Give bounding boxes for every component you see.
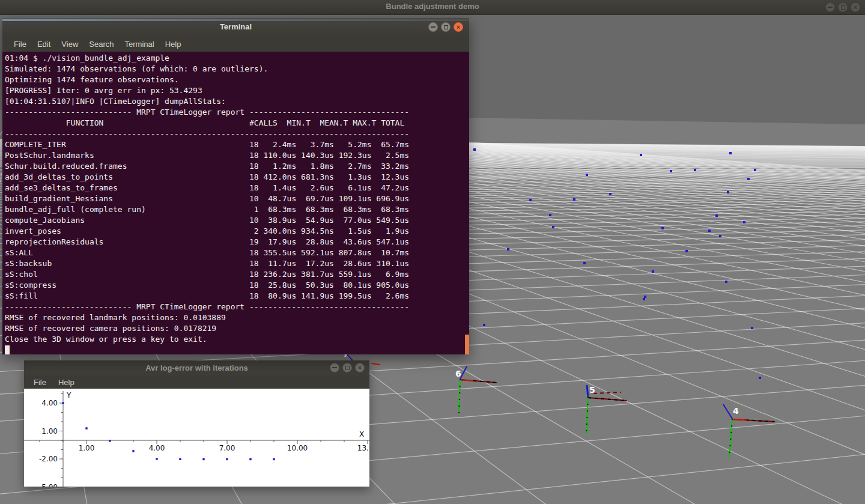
landmark-point: [670, 170, 672, 172]
maximize-button[interactable]: [441, 22, 451, 32]
plot-window: Avr log-error with iterations × FileHelp…: [24, 360, 369, 487]
x-tick-label: 7.00: [219, 444, 235, 452]
menu-item-file[interactable]: File: [8, 38, 32, 50]
data-point: [273, 458, 275, 460]
landmark-point: [586, 174, 588, 176]
terminal-controls: ×: [428, 22, 463, 32]
landmark-point: [483, 324, 485, 326]
scrollbar-thumb[interactable]: [465, 335, 469, 354]
landmark-point: [573, 198, 575, 201]
minimize-icon: [431, 26, 436, 28]
main-window-title: Bundle adjustment demo: [0, 2, 865, 11]
menu-item-file[interactable]: File: [28, 377, 52, 388]
maximize-button[interactable]: [342, 363, 352, 372]
main-window-titlebar[interactable]: Bundle adjustment demo ×: [0, 0, 865, 15]
terminal-text: 01:04 $ ./vision_bundle_adj_example Simu…: [2, 52, 469, 354]
landmark-point: [747, 178, 750, 180]
landmark-point: [708, 229, 711, 232]
minimize-icon: [332, 367, 337, 368]
landmark-point: [685, 250, 688, 252]
x-tick-label: 10.00: [287, 444, 308, 452]
close-icon: ×: [358, 365, 362, 371]
data-point: [62, 402, 64, 404]
terminal-cursor: [5, 345, 10, 354]
landmark-point: [609, 193, 612, 195]
landmark-point: [759, 377, 761, 379]
close-button[interactable]: ×: [851, 2, 860, 12]
terminal-titlebar[interactable]: Terminal ×: [2, 18, 469, 36]
plot-canvas[interactable]: 1.004.007.0010.0013.00-5.00-2.001.004.00…: [24, 389, 369, 487]
terminal-window: Terminal × FileEditViewSearchTerminalHel…: [2, 18, 469, 354]
camera-label: 5: [589, 385, 595, 395]
camera-label: 6: [455, 369, 461, 378]
close-button[interactable]: ×: [454, 22, 463, 32]
y-tick-label: -2.00: [39, 455, 58, 463]
data-point: [85, 427, 87, 429]
menu-item-help[interactable]: Help: [160, 38, 187, 50]
y-tick-label: -5.00: [39, 483, 58, 487]
camera-label: 4: [733, 406, 739, 416]
x-tick-label: 4.00: [149, 444, 165, 452]
data-point: [179, 458, 181, 460]
landmark-point: [473, 148, 476, 151]
landmark-point: [754, 169, 756, 171]
terminal-menubar: FileEditViewSearchTerminalHelp: [2, 36, 469, 52]
plot-title: Avr log-error with iterations: [24, 363, 369, 372]
y-tick-label: 1.00: [41, 427, 58, 436]
landmark-point: [529, 199, 532, 201]
landmark-point: [725, 281, 727, 283]
y-tick-label: 4.00: [41, 399, 58, 407]
close-button[interactable]: ×: [355, 363, 365, 372]
data-point: [132, 450, 134, 452]
landmark-point: [743, 221, 745, 223]
close-icon: ×: [457, 24, 460, 31]
landmark-point: [583, 262, 586, 264]
landmark-point: [652, 270, 654, 273]
x-tick-label: 1.00: [79, 444, 95, 452]
plot-titlebar[interactable]: Avr log-error with iterations ×: [24, 360, 369, 375]
landmark-point: [719, 235, 721, 237]
landmark-point: [549, 214, 551, 216]
close-icon: ×: [854, 4, 857, 11]
maximize-icon: [841, 5, 845, 10]
menu-item-view[interactable]: View: [56, 38, 83, 50]
minimize-button[interactable]: [330, 363, 339, 372]
landmark-point: [507, 248, 509, 250]
menu-item-help[interactable]: Help: [52, 377, 80, 388]
minimize-button[interactable]: [428, 22, 438, 32]
data-point: [226, 458, 228, 460]
landmark-point: [727, 191, 729, 193]
main-window-controls: ×: [825, 2, 860, 12]
data-point: [156, 458, 157, 460]
landmark-point: [640, 154, 642, 156]
titlebar-sheen: [2, 19, 469, 21]
landmark-point: [644, 296, 646, 298]
minimize-icon: [828, 7, 833, 8]
data-point: [249, 458, 251, 460]
x-axis-label: X: [359, 430, 364, 439]
menu-item-edit[interactable]: Edit: [32, 38, 56, 50]
x-tick-label: 13.00: [357, 444, 369, 452]
maximize-icon: [444, 25, 448, 29]
plot-controls: ×: [330, 363, 365, 372]
plot-menubar: FileHelp: [24, 375, 369, 389]
landmark-point: [751, 327, 753, 329]
terminal-title: Terminal: [2, 22, 469, 31]
menu-item-terminal[interactable]: Terminal: [120, 38, 160, 50]
landmark-point: [552, 226, 554, 228]
landmark-point: [729, 152, 732, 154]
terminal-output[interactable]: 01:04 $ ./vision_bundle_adj_example Simu…: [2, 52, 469, 354]
landmark-point: [715, 214, 718, 217]
y-axis-label: Y: [66, 391, 71, 399]
landmark-point: [643, 298, 645, 300]
minimize-button[interactable]: [825, 2, 835, 12]
data-point: [109, 440, 111, 442]
maximize-button[interactable]: [838, 2, 848, 12]
landmark-point: [694, 169, 696, 171]
landmark-point: [661, 227, 664, 229]
menu-item-search[interactable]: Search: [83, 38, 119, 50]
data-point: [202, 458, 204, 460]
maximize-icon: [345, 366, 350, 370]
